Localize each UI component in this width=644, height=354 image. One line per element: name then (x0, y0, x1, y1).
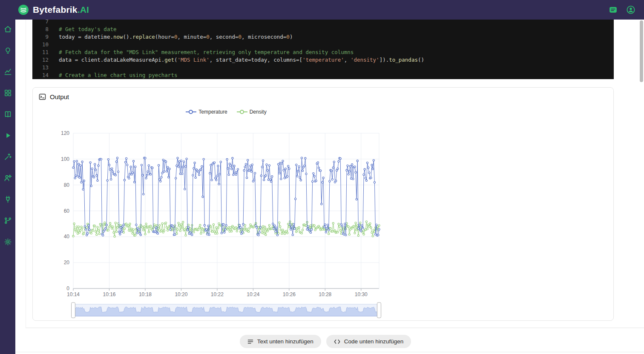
line-number: 13 (32, 64, 49, 71)
add-code-label: Code unten hinzufügen (344, 338, 404, 345)
book-icon[interactable] (4, 110, 12, 118)
play-icon[interactable] (4, 131, 12, 140)
svg-text:10:22: 10:22 (211, 291, 224, 297)
svg-text:120: 120 (61, 130, 69, 136)
text-icon (247, 339, 253, 345)
code-line: 14# Create a line chart using pyecharts (32, 71, 614, 79)
svg-text:10:18: 10:18 (139, 291, 152, 297)
code-line: 10 (32, 41, 614, 49)
svg-text:10:30: 10:30 (355, 291, 368, 297)
svg-text:10:24: 10:24 (247, 291, 259, 297)
output-panel: Output TemperatureDensity 02040608010012… (32, 87, 614, 321)
account-icon[interactable] (626, 5, 635, 14)
svg-text:80: 80 (64, 182, 70, 188)
line-number: 9 (32, 33, 49, 41)
dashboard-icon[interactable] (4, 89, 12, 97)
svg-text:60: 60 (64, 208, 70, 214)
plug-icon[interactable] (4, 195, 12, 203)
add-text-button[interactable]: Text unten hinzufügen (240, 335, 321, 348)
line-number: 8 (32, 26, 49, 33)
code-line-text: # Fetch data for the "MDS Link" measurem… (59, 49, 354, 56)
code-line: 8# Get today's date (32, 26, 614, 33)
legend-item-density[interactable]: Density (237, 109, 267, 115)
svg-text:20: 20 (64, 260, 70, 266)
sidebar-item-home[interactable] (4, 25, 12, 33)
code-line: 13 (32, 64, 614, 71)
code-icon (334, 339, 340, 344)
scrollbar-thumb[interactable] (640, 20, 643, 82)
settings-gear-icon[interactable] (4, 238, 12, 246)
terminal-icon (39, 93, 46, 100)
line-number: 12 (32, 56, 49, 64)
sidebar (0, 20, 15, 354)
add-text-label: Text unten hinzufügen (257, 338, 313, 345)
code-line-text: # Create a line chart using pyecharts (59, 71, 177, 79)
legend-item-temperature[interactable]: Temperature (186, 109, 227, 115)
legend-marker (237, 111, 247, 112)
chart-legend: TemperatureDensity (73, 109, 379, 115)
legend-label: Density (250, 109, 267, 115)
datazoom-handle-right[interactable] (377, 303, 381, 318)
lightbulb-icon[interactable] (4, 46, 12, 54)
datazoom-handle-left[interactable] (72, 303, 75, 318)
output-title: Output (50, 93, 69, 100)
analytics-icon[interactable] (4, 68, 12, 76)
topbar-actions (609, 0, 635, 20)
app-root: Bytefabrik.AI 78# Get today's date9today… (0, 0, 644, 354)
next-cell-edge (15, 352, 644, 354)
svg-text:10:20: 10:20 (175, 291, 187, 297)
svg-text:100: 100 (61, 156, 69, 162)
cell-divider (26, 328, 644, 328)
output-chart[interactable]: 02040608010012010:1410:1610:1810:2010:22… (33, 118, 420, 321)
brand-title: Bytefabrik.AI (33, 5, 89, 15)
brand-accent: .AI (78, 5, 89, 14)
svg-text:40: 40 (64, 234, 70, 240)
topbar: Bytefabrik.AI (0, 0, 644, 20)
line-number: 14 (32, 71, 49, 79)
svg-text:10:16: 10:16 (103, 291, 115, 297)
code-line: 9today = datetime.now().replace(hour=0, … (32, 33, 614, 41)
users-icon[interactable] (4, 174, 12, 182)
legend-label: Temperature (198, 109, 227, 115)
messages-icon[interactable] (609, 6, 618, 14)
svg-text:0: 0 (66, 285, 69, 291)
pipelines-icon[interactable] (4, 217, 12, 225)
svg-text:10:26: 10:26 (283, 291, 296, 297)
notebook-cell: 78# Get today's date9today = datetime.no… (26, 16, 624, 328)
legend-marker (186, 111, 196, 112)
code-line: 11# Fetch data for the "MDS Link" measur… (32, 49, 614, 56)
code-line-text: data = client.dataLakeMeasureApi.get('MD… (59, 56, 424, 64)
svg-text:10:28: 10:28 (319, 291, 331, 297)
line-number: 11 (32, 49, 49, 56)
add-code-button[interactable]: Code unten hinzufügen (326, 335, 411, 348)
code-editor[interactable]: 78# Get today's date9today = datetime.no… (32, 18, 614, 79)
magic-wand-icon[interactable] (4, 153, 12, 161)
brand-primary: Bytefabrik (33, 5, 78, 14)
output-header: Output (33, 88, 613, 100)
svg-text:10:14: 10:14 (67, 291, 80, 297)
code-line-text: today = datetime.now().replace(hour=0, m… (59, 33, 293, 41)
add-cell-actions: Text unten hinzufügen Code unten hinzufü… (15, 335, 635, 348)
code-line-text: # Get today's date (59, 26, 116, 33)
code-line: 12data = client.dataLakeMeasureApi.get('… (32, 56, 614, 64)
brand-logo-icon[interactable] (18, 4, 29, 15)
line-number: 10 (32, 41, 49, 49)
